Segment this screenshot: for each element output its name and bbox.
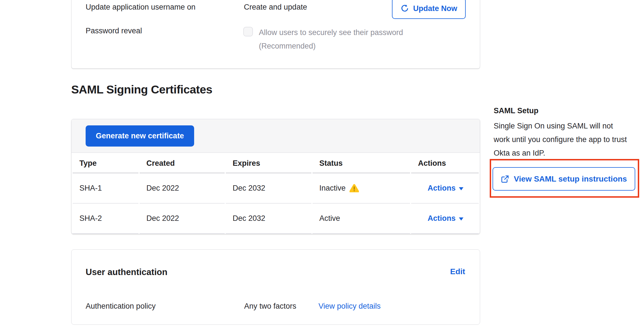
cert-status: Inactive (319, 184, 410, 193)
annotation-highlight-box: View SAML setup instructions (490, 159, 639, 198)
saml-signing-certificates-title: SAML Signing Certificates (71, 83, 212, 96)
authentication-policy-label: Authentication policy (86, 300, 244, 312)
edit-link[interactable]: Edit (450, 267, 465, 276)
update-now-button[interactable]: Update Now (392, 0, 466, 19)
actions-menu-sha2[interactable]: Actions (428, 214, 463, 223)
status-text: Active (319, 214, 340, 223)
column-header-status: Status (313, 153, 410, 173)
cert-type: SHA-1 (73, 173, 138, 204)
certificate-row-sha2: SHA-2 Dec 2022 Dec 2032 Active Actions (73, 204, 479, 234)
certificates-table-card: Generate new certificate Type Created Ex… (71, 119, 480, 234)
saml-setup-description: Single Sign On using SAML will not work … (494, 119, 629, 160)
cert-created: Dec 2022 (140, 173, 225, 204)
cert-expires: Dec 2032 (226, 173, 311, 204)
column-header-expires: Expires (226, 153, 311, 173)
status-text: Inactive (319, 184, 346, 193)
app-settings-card: Update application username on Create an… (71, 0, 480, 69)
warning-icon (350, 184, 359, 192)
column-header-actions: Actions (411, 153, 479, 173)
certificates-toolbar: Generate new certificate (71, 119, 480, 153)
certificate-row-sha1: SHA-1 Dec 2022 Dec 2032 Inactive (73, 173, 479, 204)
external-link-icon (501, 175, 509, 183)
username-update-value: Create and update (244, 1, 307, 13)
update-now-label: Update Now (413, 4, 457, 13)
view-saml-setup-instructions-button[interactable]: View SAML setup instructions (493, 167, 635, 191)
saml-setup-sidebar: SAML Setup Single Sign On using SAML wil… (490, 105, 639, 160)
authentication-policy-value: Any two factors (244, 300, 318, 312)
column-header-type: Type (73, 153, 138, 173)
cert-status: Active (319, 214, 410, 223)
actions-label: Actions (428, 214, 456, 223)
caret-down-icon (459, 187, 463, 190)
cert-expires: Dec 2032 (226, 204, 311, 234)
username-update-label: Update application username on (86, 1, 196, 13)
password-reveal-checkbox-label: Allow users to securely see their passwo… (259, 26, 417, 53)
generate-certificate-button[interactable]: Generate new certificate (86, 125, 194, 147)
authentication-policy-row: Authentication policy Any two factors Vi… (86, 300, 465, 312)
password-reveal-label: Password reveal (86, 25, 142, 36)
saml-setup-title: SAML Setup (494, 105, 639, 116)
actions-menu-sha1[interactable]: Actions (428, 184, 463, 193)
actions-label: Actions (428, 184, 456, 193)
table-header-row: Type Created Expires Status Actions (73, 153, 479, 173)
certificates-table: Type Created Expires Status Actions SHA-… (71, 153, 480, 234)
cert-created: Dec 2022 (140, 204, 225, 234)
cert-type: SHA-2 (73, 204, 138, 234)
caret-down-icon (459, 217, 463, 221)
password-reveal-checkbox[interactable] (243, 27, 253, 36)
password-reveal-option: Allow users to securely see their passwo… (243, 26, 419, 53)
refresh-icon (400, 4, 409, 13)
view-saml-setup-instructions-label: View SAML setup instructions (514, 175, 627, 184)
column-header-created: Created (140, 153, 225, 173)
user-authentication-card: User authentication Edit Authentication … (71, 249, 480, 325)
main-content: Update application username on Create an… (71, 0, 480, 327)
user-authentication-title: User authentication (86, 267, 167, 277)
view-policy-details-link[interactable]: View policy details (318, 300, 381, 312)
